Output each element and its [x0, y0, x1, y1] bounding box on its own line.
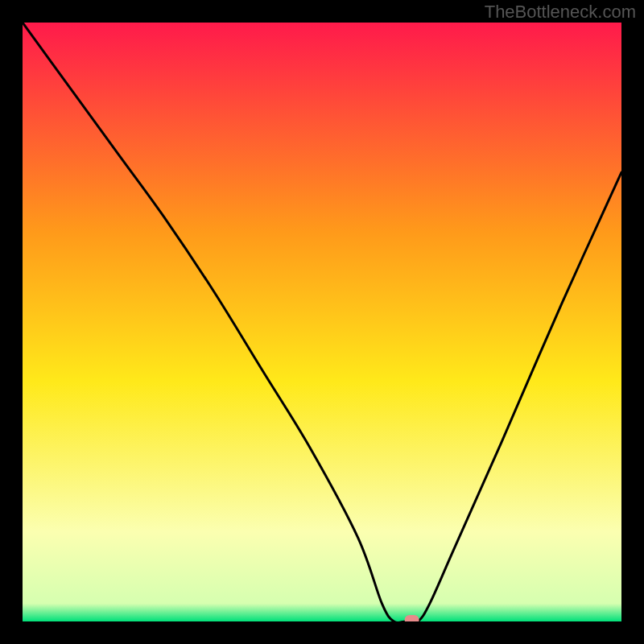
bottleneck-chart [0, 0, 644, 644]
gradient-background [23, 23, 621, 621]
watermark-label: TheBottleneck.com [485, 2, 636, 23]
optimum-marker [405, 615, 419, 625]
chart-frame: TheBottleneck.com [0, 0, 644, 644]
